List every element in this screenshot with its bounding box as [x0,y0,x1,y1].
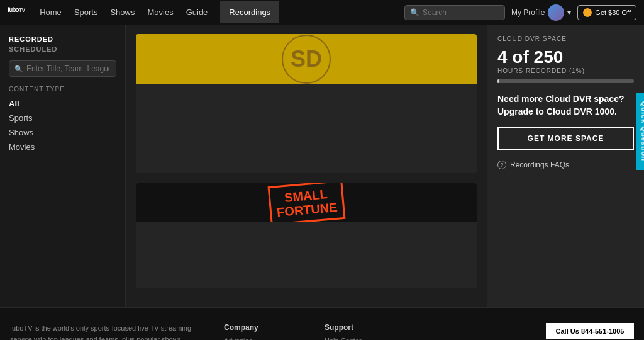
recording-item[interactable]: SD San Diego Padres MLB Baseball 1 Game … [136,34,477,173]
get-more-space-button[interactable]: GET MORE SPACE [497,127,634,150]
my-profile-label: My Profile [511,8,545,17]
logo[interactable]: fuboTV [8,4,25,21]
nav-right: 🔍 My Profile ▾ Get $30 Off [404,4,636,21]
faq-label: Recordings FAQs [510,161,569,169]
sidebar-search-input[interactable] [26,64,111,73]
recording-thumb-padres: SD [136,34,477,84]
nav-guide[interactable]: Guide [186,1,208,23]
filter-all[interactable]: All [9,96,116,111]
filter-movies[interactable]: Movies [9,140,116,154]
footer-help-center[interactable]: Help Center [325,337,400,340]
dvr-progress-fill [497,79,499,83]
filter-shows[interactable]: Shows [9,125,116,140]
get-off-label: Get $30 Off [595,9,631,16]
padres-logo-svg: SD [281,34,331,84]
scheduled-tab[interactable]: SCHEDULED [9,45,116,53]
logo-super: TV [19,6,25,13]
footer-company-title: Company [224,323,299,332]
sidebar: RECORDED SCHEDULED 🔍 CONTENT TYPE All Sp… [0,25,126,307]
nav-recordings[interactable]: Recordings [220,1,279,23]
content-type-label: CONTENT TYPE [9,86,116,93]
main-layout: RECORDED SCHEDULED 🔍 CONTENT TYPE All Sp… [0,25,644,307]
nav-movies[interactable]: Movies [147,1,173,23]
dvr-upsell-text: Need more Cloud DVR space? Upgrade to Cl… [497,93,634,118]
search-input[interactable] [423,8,499,17]
dvr-progress-track [497,79,634,83]
dvr-panel: CLOUD DVR SPACE 4 of 250 HOURS RECORDED … [487,25,644,307]
footer-support-title: Support [325,323,400,332]
dvr-label: CLOUD DVR SPACE [497,35,634,42]
faq-link[interactable]: ? Recordings FAQs [497,161,634,169]
question-icon: ? [497,161,506,169]
dvr-hours-label: HOURS RECORDED (1%) [497,67,634,74]
svg-text:SD: SD [291,46,322,72]
footer-support-col: Support Help Center Apps & Devices Get $… [325,323,400,340]
footer-about: fuboTV is the world's only sports-focuse… [10,323,199,340]
nav-sports[interactable]: Sports [74,1,98,23]
recording-thumb-fortune: SMALLFORTUNE [136,183,477,222]
recordings-content: SD San Diego Padres MLB Baseball 1 Game … [126,25,487,307]
navigation: fuboTV Home Sports Shows Movies Guide Re… [0,0,644,25]
search-icon: 🔍 [14,65,23,73]
quick-question-tab[interactable]: Quick Question [636,93,644,170]
coin-icon [583,8,592,17]
footer-company-col: Company Advertise Careers Become an Affi… [224,323,299,340]
call-us-button[interactable]: Call Us 844-551-1005 [546,323,634,339]
fortune-logo-text: SMALLFORTUNE [267,183,345,222]
chevron-down-icon: ▾ [567,8,571,17]
nav-links: Home Sports Shows Movies Guide Recording… [40,1,404,23]
recorded-tab[interactable]: RECORDED [9,35,116,43]
nav-shows[interactable]: Shows [110,1,135,23]
footer: fuboTV is the world's only sports-focuse… [0,307,644,340]
avatar [548,4,564,21]
footer-advertise[interactable]: Advertise [224,337,299,340]
filter-sports[interactable]: Sports [9,111,116,125]
nav-home[interactable]: Home [40,1,62,23]
search-icon: 🔍 [410,8,419,17]
recording-item[interactable]: SMALLFORTUNE Small Fortune 1 Episode | L… [136,183,477,288]
footer-contact: Call Us 844-551-1005 Email Us f t 📷 [546,323,634,340]
search-box[interactable]: 🔍 [404,5,505,20]
get-off-button[interactable]: Get $30 Off [577,5,636,20]
my-profile[interactable]: My Profile ▾ [511,4,571,21]
sidebar-search-box[interactable]: 🔍 [9,60,116,77]
logo-text: fubo [8,6,19,13]
dvr-count: 4 of 250 [497,47,634,67]
